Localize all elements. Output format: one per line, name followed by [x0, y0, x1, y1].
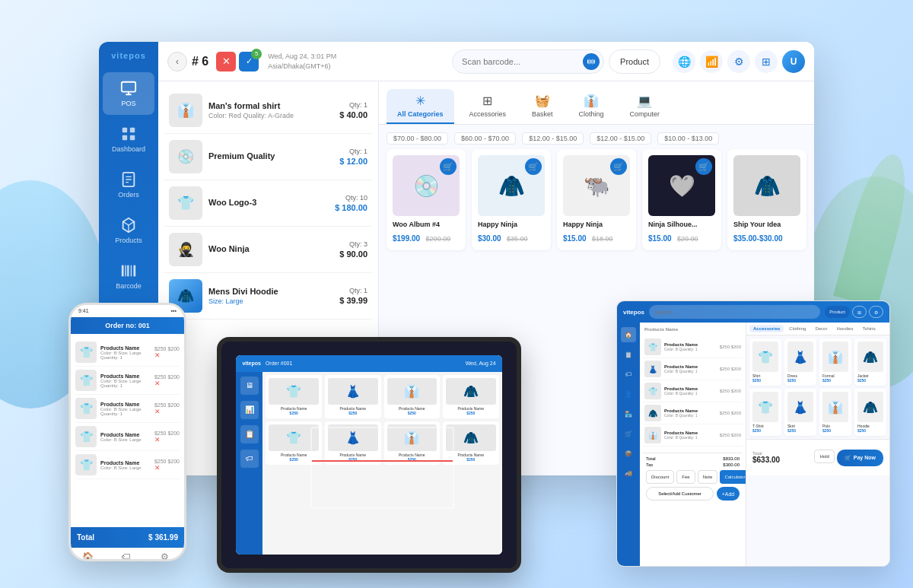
product-filter-btn[interactable]: Product [609, 49, 660, 74]
desk-cat-clothing[interactable]: Clothing [785, 325, 810, 332]
cat-tab-computer[interactable]: 💻 Computer [619, 89, 671, 124]
desk-calculator-btn[interactable]: Calculator [720, 470, 746, 484]
tablet-product-3[interactable]: 👔 Products Name $250 [384, 375, 441, 418]
desk-cat-hoodies[interactable]: Hoodies [832, 325, 857, 332]
phone-item-remove-5[interactable]: ✕ [154, 464, 180, 472]
sidebar-item-dashboard[interactable]: Dashboard [103, 118, 154, 161]
desk-product-card-2[interactable]: 👗 Dress $250 [784, 338, 816, 386]
desk-sidebar-store[interactable]: 🏪 [621, 406, 636, 421]
desk-product-card-1[interactable]: 👕 Shirt $250 [749, 338, 781, 386]
desk-total-label: Total [646, 456, 656, 461]
desk-grid-btn[interactable]: ⊞ [852, 306, 867, 318]
sidebar-item-products[interactable]: Products [103, 209, 154, 252]
desk-cat-accessories[interactable]: Accessories [749, 325, 784, 332]
tablet-sidebar-orders[interactable]: 📋 [240, 425, 259, 443]
cart-btn-4[interactable]: 🛒 [695, 158, 712, 175]
desk-product-card-5[interactable]: 👕 T-Shirt $250 [749, 389, 781, 436]
orders-icon [120, 171, 137, 188]
cat-tab-all[interactable]: ✳ All Categories [387, 89, 454, 124]
item-meta-5: Size: Large [208, 297, 333, 305]
desk-product-card-8[interactable]: 🧥 Hoodie $250 [854, 389, 886, 436]
product-price-old-1: $200.00 [426, 235, 451, 243]
desk-product-img-5: 👕 [752, 392, 778, 422]
cart-btn-2[interactable]: 🛒 [525, 158, 542, 175]
sidebar-item-barcode[interactable]: Barcode [103, 255, 154, 297]
cat-tab-accessories[interactable]: ⊞ Accessories [459, 89, 517, 124]
globe-icon[interactable]: 🌐 [673, 50, 695, 73]
phone-item-remove-2[interactable]: ✕ [154, 380, 180, 387]
item-qty-1: Qty: 1 [349, 101, 367, 109]
phone-item-img-3: 👕 [75, 398, 97, 419]
desk-sidebar-orders[interactable]: 📋 [621, 347, 636, 362]
desk-sidebar-dashboard[interactable]: 🏠 [621, 327, 636, 342]
product-card-1[interactable]: 💿 🛒 Woo Album #4 $199.00 $200.00 [387, 149, 466, 250]
tablet-product-4[interactable]: 🧥 Products Name $250 [443, 375, 499, 418]
confirm-order-btn[interactable]: ✓ 5 [239, 52, 259, 72]
delete-order-btn[interactable]: ✕ [216, 52, 236, 72]
tablet-product-1[interactable]: 👕 Products Name $250 [266, 375, 322, 418]
sidebar-item-orders[interactable]: Orders [103, 164, 154, 206]
desk-product-card-6[interactable]: 👗 Skirt $250 [784, 389, 816, 436]
cart-btn-1[interactable]: 🛒 [440, 158, 456, 175]
phone-footer-products[interactable]: 🏷 Products [116, 551, 135, 561]
desk-sidebar-purchase[interactable]: 🛒 [621, 426, 636, 441]
desk-fee-btn[interactable]: Fee [676, 470, 695, 484]
desk-cat-tshirts[interactable]: Tshirts [858, 325, 879, 332]
desk-sidebar: 🏠 📋 🏷 👤 🏪 🛒 📦 🚚 [617, 323, 640, 566]
tablet-product-price-4: $250 [466, 411, 475, 415]
desk-sidebar-products[interactable]: 🏷 [621, 367, 636, 382]
phone-item-remove-3[interactable]: ✕ [154, 408, 180, 415]
desk-settings-btn[interactable]: ⚙ [869, 306, 883, 318]
desk-sidebar-suppliers[interactable]: 📦 [621, 446, 636, 461]
tablet-sidebar: 🖥 📊 📋 🏷 [236, 372, 262, 555]
phone-item-remove-4[interactable]: ✕ [154, 436, 180, 443]
desk-discount-btn[interactable]: Discount [646, 470, 674, 484]
desk-product-card-3[interactable]: 👔 Formal $250 [819, 338, 851, 386]
product-card-2[interactable]: 🧥 🛒 Happy Ninja $30.00 $35.00 [472, 149, 551, 250]
home-icon: 🏠 [82, 551, 94, 561]
tablet-sidebar-pos[interactable]: 🖥 [240, 377, 259, 395]
tablet-datetime: Wed, Aug 24 [466, 361, 496, 366]
desk-product-price-3: $250 [822, 378, 848, 383]
desk-search-input[interactable] [649, 305, 820, 319]
product-name-1: Woo Album #4 [393, 221, 460, 228]
desk-hold-btn[interactable]: Hold [814, 450, 834, 463]
tablet-sidebar-dashboard[interactable]: 📊 [240, 401, 259, 419]
desk-add-btn[interactable]: +Add [717, 487, 740, 501]
cart-btn-3[interactable]: 🛒 [610, 158, 627, 175]
item-name-5: Mens Divi Hoodie [208, 287, 333, 296]
phone-header: Order no: 001 [71, 317, 184, 334]
desk-product-card-7[interactable]: 👔 Polo $250 [819, 389, 851, 436]
phone-item-remove-1[interactable]: ✕ [154, 351, 180, 359]
desk-product-card-4[interactable]: 🧥 Jacket $250 [854, 338, 886, 386]
cat-tab-basket[interactable]: 🧺 Basket [521, 89, 564, 124]
desk-pay-btn[interactable]: 🛒 Pay Now [837, 450, 883, 466]
wifi-icon[interactable]: 📶 [700, 50, 723, 73]
desk-note-btn[interactable]: Note [698, 470, 718, 484]
phone-footer-home[interactable]: 🏠 Home [82, 551, 94, 561]
barcode-search-input[interactable] [452, 49, 604, 74]
product-card-5[interactable]: 🧥 Ship Your Idea $35.00-$30.00 [727, 149, 806, 250]
desk-cat-decor[interactable]: Decor [811, 325, 831, 332]
phone-footer-settings[interactable]: ⚙ Settings [157, 551, 173, 561]
phone-status-bar: 9:41 ▪▪▪ [71, 305, 184, 317]
desk-customer-btn[interactable]: Select/Add Customer [646, 487, 714, 501]
desk-sidebar-shipment[interactable]: 🚚 [621, 466, 636, 481]
tablet-product-2[interactable]: 👗 Products Name $250 [325, 375, 381, 418]
phone-item-price-4: $250 $200 ✕ [154, 431, 180, 443]
prev-order-btn[interactable]: ‹ [167, 52, 187, 72]
product-card-4[interactable]: 🖤 🛒 Ninja Silhoue... $15.00 $20.00 [642, 149, 721, 250]
settings-icon[interactable]: ⚙ [727, 50, 750, 73]
desk-order-item-5: 👔 Products Name Color: B Quantity: 1 $25… [643, 424, 743, 447]
grid-icon[interactable]: ⊞ [755, 50, 778, 73]
tablet-sidebar-products[interactable]: 🏷 [240, 450, 259, 468]
product-card-3[interactable]: 🐃 🛒 Happy Ninja $15.00 $18.00 [557, 149, 636, 250]
scan-icon [587, 57, 596, 66]
desk-products-btn[interactable]: Product [825, 306, 850, 318]
desk-footer: Total $633.00 Hold 🛒 Pay Now [746, 439, 889, 475]
sidebar-item-pos[interactable]: POS [103, 72, 154, 115]
cat-tab-clothing[interactable]: 👔 Clothing [568, 89, 615, 124]
user-avatar[interactable]: U [782, 50, 805, 73]
desk-sidebar-customers[interactable]: 👤 [621, 386, 636, 402]
desk-logo: vitepos [623, 309, 644, 316]
